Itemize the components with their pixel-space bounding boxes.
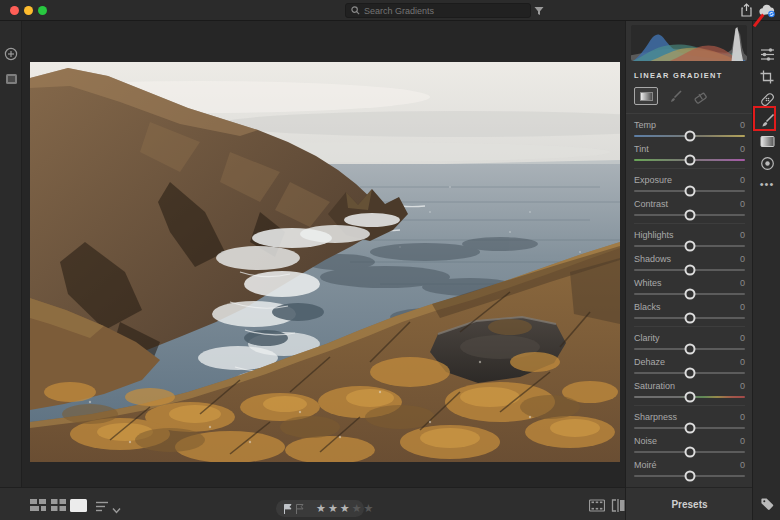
eraser-tool-button[interactable] (693, 89, 708, 104)
slider-label: Highlights (634, 230, 674, 240)
slider-knob[interactable] (684, 131, 695, 142)
zoom-window-button[interactable] (38, 6, 47, 15)
flag-pick-button[interactable] (283, 500, 292, 518)
add-photos-button[interactable] (3, 46, 19, 62)
slider-track[interactable] (634, 159, 745, 161)
photo-grid-icon (30, 499, 46, 512)
slider-row-temp: Temp0 (634, 120, 745, 137)
slider-track[interactable] (634, 269, 745, 271)
slider-knob[interactable] (684, 368, 695, 379)
brush-tool-button[interactable] (668, 89, 683, 104)
share-icon[interactable] (740, 3, 753, 21)
sort-button[interactable] (96, 498, 109, 516)
slider-knob[interactable] (684, 265, 695, 276)
slider-group: Temp0Tint0 (634, 120, 745, 161)
presets-label: Presets (671, 499, 707, 510)
filmstrip-toggle-button[interactable] (589, 498, 605, 516)
healing-tool-button[interactable] (759, 91, 775, 107)
slider-label: Saturation (634, 381, 675, 391)
slider-label: Clarity (634, 333, 660, 343)
compare-icon (611, 499, 626, 512)
slider-track[interactable] (634, 214, 745, 216)
crop-tool-button[interactable] (759, 69, 775, 85)
sort-lines-icon (96, 500, 109, 512)
brush-tool-rail-button[interactable] (759, 112, 775, 128)
slider-value: 0 (740, 144, 745, 154)
star-2[interactable]: ★ (328, 503, 338, 514)
slider-group: Sharpness0Noise0Moiré0 (634, 405, 745, 477)
slider-knob[interactable] (684, 447, 695, 458)
minimize-window-button[interactable] (24, 6, 33, 15)
slider-knob[interactable] (684, 313, 695, 324)
star-5[interactable]: ★ (364, 503, 374, 514)
slider-track[interactable] (634, 348, 745, 350)
slider-label: Shadows (634, 254, 671, 264)
radial-gradient-rail-button[interactable] (759, 155, 775, 171)
slider-track[interactable] (634, 372, 745, 374)
photo-canvas[interactable] (30, 62, 620, 462)
slider-value: 0 (740, 278, 745, 288)
healing-bandaid-icon (760, 92, 775, 107)
histogram[interactable] (631, 25, 747, 61)
slider-track[interactable] (634, 135, 745, 137)
slider-track[interactable] (634, 475, 745, 477)
slider-track[interactable] (634, 451, 745, 453)
keywords-button[interactable] (759, 496, 775, 512)
square-grid-view-button[interactable] (51, 498, 66, 516)
right-rail: ••• (752, 21, 780, 520)
close-window-button[interactable] (10, 6, 19, 15)
slider-knob[interactable] (684, 289, 695, 300)
chevron-down-icon (112, 507, 121, 514)
search-input[interactable] (364, 6, 525, 16)
slider-group: Exposure0Contrast0 (634, 168, 745, 216)
linear-gradient-tool-button[interactable] (634, 87, 658, 105)
slider-row-saturation: Saturation0 (634, 381, 745, 398)
slider-track[interactable] (634, 190, 745, 192)
slider-track[interactable] (634, 396, 745, 398)
my-photos-button[interactable] (3, 71, 19, 87)
slider-knob[interactable] (684, 155, 695, 166)
slider-knob[interactable] (684, 344, 695, 355)
gradient-tools-row (634, 87, 708, 105)
ellipsis-icon: ••• (760, 178, 775, 190)
linear-gradient-rail-button[interactable] (759, 133, 775, 149)
slider-knob[interactable] (684, 186, 695, 197)
slider-row-whites: Whites0 (634, 278, 745, 295)
star-4[interactable]: ★ (352, 503, 362, 514)
search-box[interactable] (345, 3, 531, 18)
detail-view-button[interactable] (70, 498, 87, 516)
slider-track[interactable] (634, 245, 745, 247)
before-after-button[interactable] (611, 498, 626, 516)
slider-label: Blacks (634, 302, 661, 312)
slider-track[interactable] (634, 317, 745, 319)
photo-grid-view-button[interactable] (30, 498, 46, 516)
slider-groups: Temp0Tint0Exposure0Contrast0Highlights0S… (634, 120, 745, 484)
slider-value: 0 (740, 357, 745, 367)
edit-panel-button[interactable] (759, 46, 775, 62)
star-1[interactable]: ★ (316, 503, 326, 514)
cloud-sync-icon[interactable] (759, 4, 776, 22)
slider-knob[interactable] (684, 392, 695, 403)
slider-label: Dehaze (634, 357, 665, 367)
slider-knob[interactable] (684, 210, 695, 221)
plus-circle-icon (4, 47, 18, 61)
slider-track[interactable] (634, 427, 745, 429)
sort-dropdown-button[interactable] (112, 500, 121, 518)
slider-knob[interactable] (684, 471, 695, 482)
slider-track[interactable] (634, 293, 745, 295)
flag-pick-icon (283, 504, 292, 514)
presets-button[interactable]: Presets (626, 487, 753, 520)
slider-value: 0 (740, 412, 745, 422)
slider-knob[interactable] (684, 241, 695, 252)
radial-gradient-icon (760, 156, 775, 171)
square-grid-icon (51, 499, 66, 512)
slider-value: 0 (740, 436, 745, 446)
flag-reject-button[interactable] (295, 500, 304, 518)
filter-funnel-icon[interactable] (533, 3, 545, 21)
slider-row-dehaze: Dehaze0 (634, 357, 745, 374)
slider-knob[interactable] (684, 423, 695, 434)
star-3[interactable]: ★ (340, 503, 350, 514)
slider-value: 0 (740, 302, 745, 312)
more-tools-button[interactable]: ••• (759, 176, 775, 192)
slider-label: Noise (634, 436, 657, 446)
